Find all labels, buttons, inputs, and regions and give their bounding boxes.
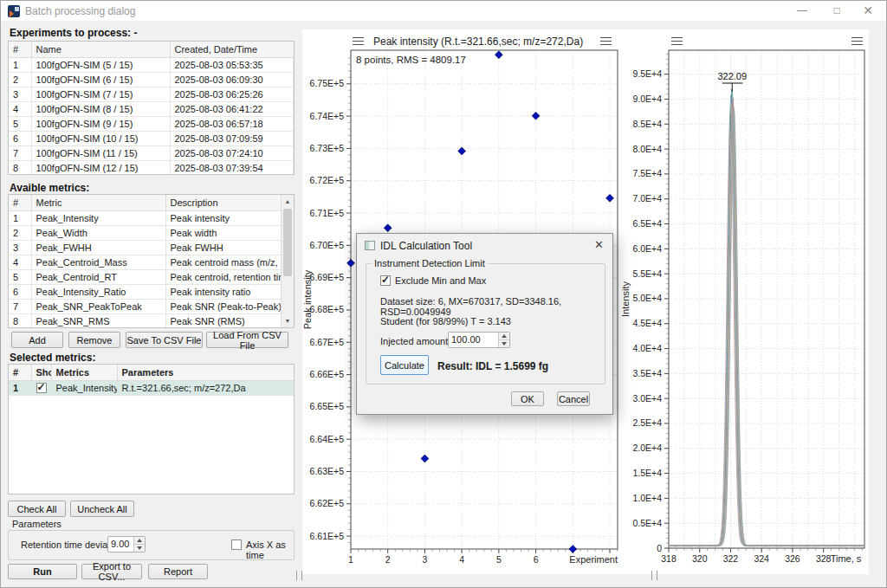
- table-row[interactable]: 5100fgOFN-SIM (9 / 15)2025-08-03 06:57:1…: [9, 116, 294, 131]
- minimize-button[interactable]: —: [787, 1, 817, 21]
- column-header[interactable]: Metric: [31, 195, 165, 210]
- injected-amount-spinbox[interactable]: 100.00: [448, 332, 510, 348]
- chromatogram-trace[interactable]: [669, 106, 864, 546]
- data-point[interactable]: [606, 194, 614, 202]
- spin-down-icon[interactable]: [134, 545, 145, 552]
- export-to-csv-button[interactable]: Export to CSV...: [81, 564, 142, 579]
- column-header[interactable]: Show: [31, 365, 51, 380]
- data-point[interactable]: [532, 112, 540, 120]
- table-cell: R.t.=321.66,sec; m/z=272,Da: [117, 380, 294, 395]
- table-row[interactable]: 2Peak_WidthPeak width: [9, 225, 294, 240]
- show-metric-checkbox[interactable]: [36, 383, 47, 393]
- experiments-table[interactable]: #NameCreated, Date/Time 1100fgOFN-SIM (5…: [8, 41, 295, 175]
- data-point[interactable]: [458, 147, 466, 155]
- data-point[interactable]: [421, 455, 429, 462]
- data-point[interactable]: [384, 224, 392, 232]
- available-metrics-table[interactable]: #MetricDescription 1Peak_IntensityPeak i…: [8, 194, 295, 328]
- table-row[interactable]: 7100fgOFN-SIM (11 / 15)2025-08-03 07:24:…: [9, 145, 294, 160]
- table-cell: Peak centroid mass (m/z, Da): [165, 255, 294, 269]
- chromatogram-trace[interactable]: [669, 98, 864, 546]
- table-cell: 1: [9, 57, 31, 72]
- chart-menu-icon[interactable]: [600, 37, 612, 45]
- splitter-handle[interactable]: [651, 571, 657, 580]
- chart-menu-icon[interactable]: [671, 37, 683, 45]
- retention-deviation-value[interactable]: 9.00: [108, 537, 133, 552]
- column-header[interactable]: #: [9, 195, 31, 210]
- available-metrics-label: Avaible metrics:: [10, 182, 89, 194]
- table-row[interactable]: 8100fgOFN-SIM (12 / 15)2025-08-03 07:39:…: [9, 160, 294, 175]
- splitter-handle[interactable]: [296, 571, 302, 580]
- report-button[interactable]: Report: [148, 564, 208, 579]
- chromatogram-trace[interactable]: [669, 114, 864, 546]
- dialog-title: IDL Calculation Tool: [380, 240, 472, 252]
- tick-label: 6.70E+5: [310, 240, 345, 250]
- table-row[interactable]: 3100fgOFN-SIM (7 / 15)2025-08-03 06:25:2…: [9, 87, 294, 101]
- scrollbar-thumb[interactable]: [283, 209, 292, 276]
- table-row[interactable]: 6100fgOFN-SIM (10 / 15)2025-08-03 07:09:…: [9, 131, 294, 145]
- maximize-button[interactable]: □: [822, 1, 851, 21]
- table-row[interactable]: 7Peak_SNR_PeakToPeakPeak SNR (Peak-to-Pe…: [9, 299, 294, 313]
- chart-menu-icon[interactable]: [851, 37, 863, 45]
- axis-x-as-time-checkbox[interactable]: [231, 540, 242, 550]
- data-point[interactable]: [347, 259, 355, 267]
- scroll-down-icon[interactable]: ▼: [282, 314, 294, 327]
- load-from-csv-button[interactable]: Load From CSV File: [206, 332, 288, 348]
- tick-label: 5: [496, 554, 502, 565]
- column-header[interactable]: Metrics: [51, 365, 117, 380]
- tick-label: 7.0E+4: [632, 193, 662, 204]
- metrics-scrollbar[interactable]: ▲ ▼: [281, 195, 294, 327]
- uncheck-all-button[interactable]: Uncheck All: [70, 501, 134, 517]
- data-point[interactable]: [569, 546, 577, 553]
- check-all-button[interactable]: Check All: [8, 501, 66, 517]
- close-button[interactable]: ✕: [853, 1, 883, 21]
- dialog-close-icon[interactable]: ✕: [594, 238, 604, 251]
- cancel-button[interactable]: Cancel: [557, 391, 590, 406]
- table-row[interactable]: 6Peak_Intensity_RatioPeak intensity rati…: [9, 284, 294, 299]
- parameters-groupbox: Retention time deviation, s 9.00 Axis X …: [8, 530, 295, 560]
- chromatogram-trace[interactable]: [669, 113, 864, 546]
- table-cell: 1: [9, 210, 31, 225]
- table-cell: 2025-08-03 06:41:22: [170, 101, 294, 116]
- ok-button[interactable]: OK: [511, 391, 544, 406]
- chromatogram-trace[interactable]: [669, 89, 864, 546]
- table-row[interactable]: 4100fgOFN-SIM (8 / 15)2025-08-03 06:41:2…: [9, 101, 294, 116]
- data-point[interactable]: [495, 51, 502, 59]
- chromatogram-plot[interactable]: 00.5E+41.0E+41.5E+42.0E+42.5E+43.0E+43.5…: [622, 48, 869, 572]
- spin-up-icon[interactable]: [499, 333, 509, 340]
- spin-down-icon[interactable]: [499, 340, 509, 347]
- column-header[interactable]: #: [9, 365, 31, 380]
- table-cell: 2025-08-03 06:57:18: [170, 116, 294, 131]
- scroll-up-icon[interactable]: ▲: [282, 195, 294, 208]
- retention-deviation-spinbox[interactable]: 9.00: [107, 536, 146, 552]
- column-header[interactable]: Created, Date/Time: [170, 42, 294, 57]
- run-button[interactable]: Run: [8, 564, 77, 579]
- column-header[interactable]: #: [9, 42, 31, 57]
- table-row[interactable]: 1100fgOFN-SIM (5 / 15)2025-08-03 05:53:3…: [9, 57, 294, 72]
- calculate-button[interactable]: Calculate: [380, 355, 429, 375]
- save-to-csv-button[interactable]: Save To CSV File: [126, 332, 203, 348]
- tick-label: 6.74E+5: [310, 111, 345, 121]
- table-row[interactable]: 4Peak_Centroid_MassPeak centroid mass (m…: [9, 255, 294, 269]
- add-button[interactable]: Add: [11, 332, 63, 348]
- table-row[interactable]: 5Peak_Centroid_RTPeak centroid, retentio…: [9, 269, 294, 284]
- column-header[interactable]: Description: [165, 195, 294, 210]
- table-row[interactable]: 8Peak_SNR_RMSPeak SNR (RMS): [9, 313, 294, 328]
- table-cell: 2: [9, 225, 31, 240]
- column-header[interactable]: Name: [31, 42, 170, 57]
- table-row[interactable]: 1Peak_IntensityPeak intensity: [9, 210, 294, 225]
- injected-amount-value[interactable]: 100.00: [449, 333, 498, 347]
- chart-menu-icon[interactable]: [353, 37, 364, 45]
- column-header[interactable]: Parameters: [117, 365, 294, 380]
- tick-label: 4.5E+4: [632, 318, 662, 328]
- chromatogram-trace[interactable]: [669, 95, 864, 546]
- tick-label: 6.68E+5: [310, 304, 345, 314]
- exclude-min-max-checkbox[interactable]: [380, 275, 391, 286]
- selected-metric-row[interactable]: 1Peak_IntensityR.t.=321.66,sec; m/z=272,…: [9, 380, 294, 395]
- table-row[interactable]: 3Peak_FWHHPeak FWHH: [9, 240, 294, 255]
- table-cell: 7: [9, 145, 31, 160]
- table-cell: Peak_SNR_RMS: [31, 313, 165, 328]
- table-row[interactable]: 2100fgOFN-SIM (6 / 15)2025-08-03 06:09:3…: [9, 72, 294, 87]
- selected-metrics-table[interactable]: #ShowMetricsParameters 1Peak_IntensityR.…: [8, 364, 295, 494]
- remove-button[interactable]: Remove: [68, 332, 120, 348]
- spin-up-icon[interactable]: [134, 537, 145, 545]
